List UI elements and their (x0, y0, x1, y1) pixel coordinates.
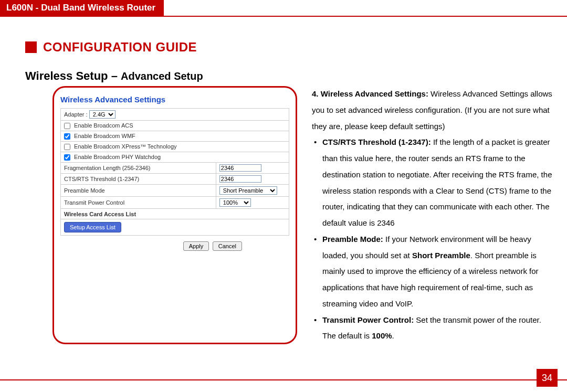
adapter-row: Adapter : 2.4G (61, 109, 289, 121)
checkbox-acs[interactable] (64, 123, 70, 129)
subheading-sep: – (108, 69, 121, 82)
bullet-preamble-sp: Short Preamble (412, 251, 470, 260)
cb-row-wmf: Enable Broadcom WMF (61, 131, 289, 142)
acl-btn-cell: Setup Access List (61, 219, 289, 236)
subheading-main: Wireless Setup (25, 69, 108, 82)
bullet-tx-end: . (392, 331, 394, 340)
settings-screenshot: Wireless Advanced Settings Adapter : 2.4… (52, 86, 297, 344)
section-heading: CONFIGURATION GUIDE (25, 40, 567, 55)
checkbox-xpress[interactable] (64, 144, 70, 150)
checkbox-phy-label: Enable Broadcom PHY Watchdog (74, 154, 161, 160)
section-heading-text: CONFIGURATION GUIDE (43, 40, 197, 55)
checkbox-wmf[interactable] (64, 133, 70, 140)
description-column: 4. Wireless Advanced Settings: Wireless … (312, 86, 552, 344)
heading-marker (25, 41, 37, 53)
setup-access-list-button[interactable]: Setup Access List (64, 222, 121, 232)
bullet-cts-rest: If the length of a packet is greater tha… (322, 137, 552, 227)
apply-button[interactable]: Apply (183, 241, 209, 251)
page-number: 34 (537, 369, 558, 387)
bullet-cts-bold: CTS/RTS Threshold (1-2347): (322, 137, 433, 146)
checkbox-acs-label: Enable Broadcom ACS (74, 122, 133, 129)
cts-input[interactable] (219, 175, 261, 183)
tx-select[interactable]: 100% (219, 198, 251, 207)
bullet-tx-bold: Transmit Power Control: (322, 315, 416, 324)
footer-bar (0, 379, 567, 380)
preamble-select[interactable]: Short Preamble (219, 186, 277, 195)
button-row: Apply Cancel (60, 236, 289, 252)
subheading: Wireless Setup – Advanced Setup (25, 69, 567, 83)
cts-cell (216, 174, 289, 185)
settings-table: Adapter : 2.4G Enable Broadcom ACS Enabl… (60, 108, 289, 236)
header-bar: L600N - Dual Band Wireless Router (0, 0, 567, 17)
bullet-preamble: Preamble Mode: If your Network environme… (313, 231, 552, 312)
adapter-select[interactable]: 2.4G (89, 110, 116, 119)
cts-label: CTS/RTS Threshold (1-2347) (61, 174, 216, 185)
preamble-label: Preamble Mode (61, 185, 216, 197)
intro-paragraph: 4. Wireless Advanced Settings: Wireless … (312, 86, 552, 134)
cb-row-acs: Enable Broadcom ACS (61, 121, 289, 131)
header-title: L600N - Dual Band Wireless Router (0, 0, 164, 16)
cb-row-xpress: Enable Broadcom XPress™ Technology (61, 142, 289, 152)
cb-row-phy: Enable Broadcom PHY Watchdog (61, 152, 289, 163)
cancel-button[interactable]: Cancel (213, 241, 242, 251)
bullet-preamble-bold: Preamble Mode: (322, 235, 385, 243)
frag-label: Fragmentation Length (256-2346) (61, 163, 216, 174)
bullet-tx: Transmit Power Control: Set the transmit… (313, 312, 552, 345)
subheading-sub: Advanced Setup (121, 70, 203, 82)
bullet-tx-val: 100% (372, 331, 392, 340)
adapter-label: Adapter : (64, 111, 88, 118)
acl-heading: Wireless Card Access List (61, 209, 289, 219)
frag-input[interactable] (219, 164, 261, 172)
preamble-cell: Short Preamble (216, 185, 289, 197)
bullet-cts: CTS/RTS Threshold (1-2347): If the lengt… (313, 134, 552, 231)
panel-title: Wireless Advanced Settings (60, 95, 289, 104)
frag-cell (216, 163, 289, 174)
checkbox-wmf-label: Enable Broadcom WMF (74, 133, 135, 139)
intro-num: 4. (312, 89, 321, 98)
intro-bold: Wireless Advanced Settings: (321, 89, 430, 98)
tx-cell: 100% (216, 197, 289, 209)
checkbox-xpress-label: Enable Broadcom XPress™ Technology (74, 143, 176, 150)
checkbox-phy[interactable] (64, 154, 70, 161)
tx-label: Transmit Power Control (61, 197, 216, 209)
